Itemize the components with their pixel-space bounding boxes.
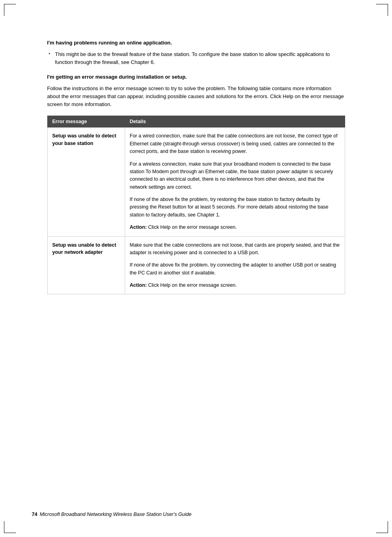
content-area: I'm having problems running an online ap… [47,24,345,294]
action-label-2: Action: [130,282,147,288]
section-online-app: I'm having problems running an online ap… [47,40,345,66]
corner-mark-br [376,521,388,533]
action-text-2: Click Help on the error message screen. [148,282,237,288]
corner-mark-tl [4,4,16,16]
detail-para-2-1: Make sure that the cable connections are… [130,241,340,257]
action-text-1: Click Help on the error message screen. [148,224,237,230]
detail-para-1-2: For a wireless connection, make sure tha… [130,160,340,191]
footer-left: 74 Microsoft Broadband Networking Wirele… [32,512,191,517]
action-label-1: Action: [130,224,147,230]
detail-para-1-1: For a wired connection, make sure that t… [130,132,340,155]
error-table: Error message Details Setup was unable t… [47,116,345,294]
error-message-heading: I'm getting an error message during inst… [47,74,345,80]
corner-mark-tr [376,4,388,16]
error-message-intro: Follow the instructions in the error mes… [47,85,345,108]
corner-mark-bl [4,521,16,533]
online-app-bullets: This might be due to the firewall featur… [47,50,345,66]
col-header-error: Error message [47,116,125,127]
bullet-item: This might be due to the firewall featur… [47,50,345,66]
footer: 74 Microsoft Broadband Networking Wirele… [32,512,360,517]
book-title: Microsoft Broadband Networking Wireless … [40,512,191,517]
error-cell-1: Setup was unable to detect your base sta… [47,127,125,236]
page-number: 74 [32,512,37,517]
col-header-details: Details [125,116,345,127]
table-row: Setup was unable to detect your base sta… [47,127,345,236]
details-cell-2: Make sure that the cable connections are… [125,236,345,294]
error-cell-2: Setup was unable to detect your network … [47,236,125,294]
detail-para-1-3: If none of the above fix the problem, tr… [130,196,340,219]
details-cell-1: For a wired connection, make sure that t… [125,127,345,236]
table-row: Setup was unable to detect your network … [47,236,345,294]
error-label-2: Setup was unable to detect your network … [52,242,116,255]
section-error-message: I'm getting an error message during inst… [47,74,345,294]
detail-para-2-2: If none of the above fix the problem, tr… [130,261,340,277]
online-app-heading: I'm having problems running an online ap… [47,40,345,46]
table-header-row: Error message Details [47,116,345,127]
page: I'm having problems running an online ap… [0,0,392,537]
error-label-1: Setup was unable to detect your base sta… [52,133,116,146]
detail-para-2-3: Action: Click Help on the error message … [130,282,340,289]
detail-para-1-4: Action: Click Help on the error message … [130,224,340,231]
